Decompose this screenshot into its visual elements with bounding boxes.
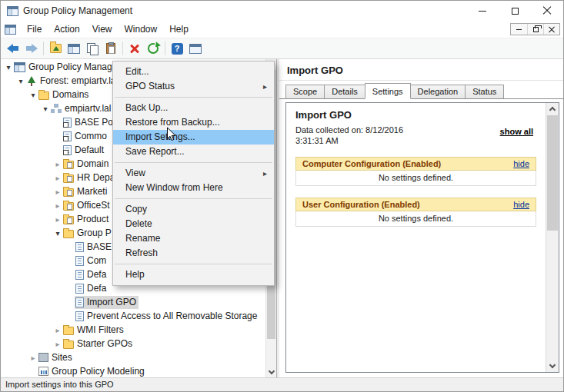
- status-bar: Import settings into this GPO: [1, 377, 563, 391]
- tree-item-main: WMI Filters: [62, 324, 126, 337]
- expand-arrow-icon[interactable]: [53, 198, 62, 212]
- menubar-item-action[interactable]: Action: [48, 21, 85, 38]
- expand-arrow-icon[interactable]: [41, 101, 50, 115]
- child-close-button[interactable]: [543, 24, 559, 35]
- domain-icon: [51, 104, 62, 113]
- show-all-link[interactable]: show all: [500, 127, 533, 136]
- report-scrollbar[interactable]: [546, 103, 559, 372]
- paste-icon: [106, 43, 115, 54]
- menubar-item-window[interactable]: Window: [118, 21, 164, 38]
- tree-item[interactable]: Starter GPOs: [1, 337, 265, 350]
- toolbar-paste-button[interactable]: [102, 40, 120, 57]
- tree-item[interactable]: WMI Filters: [1, 323, 265, 337]
- tab-strip: ScopeDetailsSettingsDelegationStatus: [279, 83, 563, 99]
- menu-item-gpo-status[interactable]: GPO Status: [113, 79, 274, 94]
- toolbar-forward-button[interactable]: [22, 40, 41, 57]
- hide-link[interactable]: hide: [513, 159, 529, 168]
- expand-arrow-placeholder: [65, 267, 75, 281]
- expand-arrow-icon[interactable]: [4, 60, 13, 74]
- section-title: User Configuration (Enabled): [302, 200, 420, 209]
- report-section: Computer Configuration (Enabled)hideNo s…: [295, 157, 536, 186]
- menu-item-edit[interactable]: Edit...: [113, 65, 274, 79]
- menu-item-copy[interactable]: Copy: [113, 202, 274, 217]
- report-title: Import GPO: [295, 109, 536, 121]
- menubar-item-help[interactable]: Help: [163, 21, 195, 38]
- toolbar-console-window-button[interactable]: [186, 40, 205, 57]
- expand-arrow-icon[interactable]: [53, 226, 62, 240]
- tree-item-main: Defa: [75, 268, 108, 281]
- scroll-down-button[interactable]: [266, 367, 276, 377]
- tree-item[interactable]: Prevent Access to All Removable Storage: [1, 309, 265, 323]
- app-icon: [7, 6, 18, 16]
- toolbar-help-button[interactable]: [168, 40, 186, 57]
- tree-item[interactable]: Import GPO: [1, 295, 265, 309]
- report-body: Import GPO Data collected on: 8/12/2016 …: [286, 103, 546, 372]
- menu-item-new-window-from-here[interactable]: New Window from Here: [113, 181, 274, 195]
- child-minimize-button[interactable]: [511, 24, 527, 35]
- close-button[interactable]: [531, 1, 563, 21]
- toolbar-console-tree-button[interactable]: [65, 40, 83, 57]
- toolbar-back-button[interactable]: [4, 40, 22, 57]
- expand-arrow-icon[interactable]: [16, 74, 25, 88]
- section-header[interactable]: User Configuration (Enabled)hide: [295, 198, 536, 211]
- tree-item-main: Forest: empiartv.lal: [25, 75, 120, 88]
- section-body: No settings defined.: [295, 211, 536, 227]
- menu-item-save-report[interactable]: Save Report...: [113, 145, 274, 159]
- chevron-down-icon: [549, 362, 556, 368]
- menu-item-label: Rename: [125, 233, 160, 244]
- tab-delegation[interactable]: Delegation: [410, 85, 466, 98]
- tree-item[interactable]: Sites: [1, 350, 265, 364]
- toolbar-refresh-button[interactable]: [144, 40, 162, 57]
- toolbar-copy-button[interactable]: [83, 40, 102, 57]
- menu-item-refresh[interactable]: Refresh: [113, 246, 274, 261]
- tab-scope[interactable]: Scope: [285, 85, 325, 98]
- tab-details[interactable]: Details: [324, 85, 365, 98]
- expand-arrow-icon[interactable]: [28, 350, 38, 364]
- menu-item-import-settings[interactable]: Import Settings...: [113, 130, 274, 145]
- expand-arrow-icon[interactable]: [53, 323, 62, 337]
- menubar-item-file[interactable]: File: [21, 21, 48, 38]
- menu-item-rename[interactable]: Rename: [113, 231, 274, 246]
- section-header[interactable]: Computer Configuration (Enabled)hide: [295, 157, 536, 171]
- tab-settings[interactable]: Settings: [365, 83, 411, 99]
- folder-icon: [63, 327, 74, 335]
- child-restore-button[interactable]: [527, 24, 543, 35]
- close-icon: [549, 26, 555, 32]
- menu-item-help[interactable]: Help: [113, 267, 274, 282]
- menu-item-delete[interactable]: Delete: [113, 217, 274, 231]
- tree-item-label: Product: [77, 214, 108, 224]
- toolbar-delete-button[interactable]: [125, 40, 144, 57]
- ou-icon: [63, 188, 74, 197]
- menu-item-restore-from-backup[interactable]: Restore from Backup...: [113, 115, 274, 130]
- maximize-button[interactable]: [499, 1, 531, 21]
- scroll-thumb[interactable]: [547, 115, 558, 231]
- tree-item-label: Starter GPOs: [77, 338, 132, 349]
- hide-link[interactable]: hide: [513, 200, 529, 209]
- menubar-item-view[interactable]: View: [86, 21, 118, 38]
- gpo-link-icon: [63, 118, 72, 128]
- menu-item-back-up[interactable]: Back Up...: [113, 101, 274, 115]
- tree-item-label: Group Policy Modeling: [52, 366, 145, 377]
- gpo-icon: [75, 284, 84, 294]
- expand-arrow-icon[interactable]: [53, 157, 62, 171]
- tree-item[interactable]: Group Policy Modeling: [1, 364, 265, 377]
- expand-arrow-icon[interactable]: [53, 184, 62, 198]
- expand-arrow-icon[interactable]: [28, 88, 38, 101]
- expand-arrow-icon[interactable]: [53, 171, 62, 184]
- tree-item-label: BASE: [87, 241, 112, 252]
- menu-item-view[interactable]: View: [113, 166, 274, 181]
- up-one-level-icon: [50, 44, 62, 53]
- forward-icon: [25, 44, 38, 53]
- expand-arrow-icon[interactable]: [53, 212, 62, 226]
- expand-arrow-icon[interactable]: [53, 337, 62, 350]
- scroll-up-button[interactable]: [546, 103, 559, 115]
- minimize-button[interactable]: [466, 1, 499, 21]
- status-text: Import settings into this GPO: [5, 380, 114, 389]
- expand-arrow-placeholder: [65, 254, 75, 267]
- chevron-down-icon: [268, 368, 274, 374]
- expand-arrow-placeholder: [65, 281, 75, 295]
- tab-status[interactable]: Status: [465, 85, 504, 98]
- data-collected-line2: 3:31:31 AM: [295, 136, 339, 145]
- scroll-down-button[interactable]: [546, 360, 559, 372]
- toolbar-up-one-level-button[interactable]: [46, 40, 65, 57]
